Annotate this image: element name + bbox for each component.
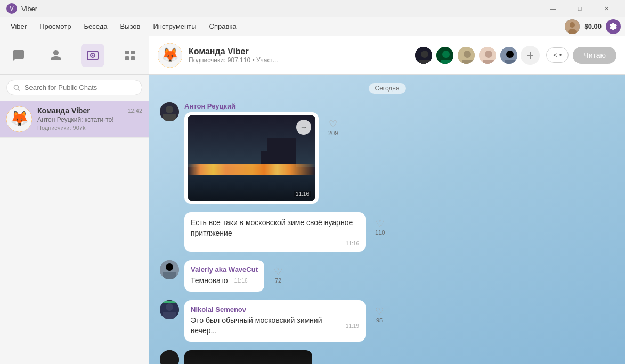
date-divider: Сегодня bbox=[369, 83, 406, 94]
like-area-2: ♡ 110 bbox=[375, 218, 385, 236]
message-time-4: 11:19 bbox=[346, 323, 359, 329]
settings-button[interactable] bbox=[606, 19, 621, 34]
search-input[interactable] bbox=[25, 84, 135, 92]
message-group-4: Nikolai Semenov Это был обычный московск… bbox=[160, 300, 614, 342]
svg-point-20 bbox=[442, 51, 450, 58]
svg-rect-7 bbox=[131, 51, 135, 54]
header-actions: < • Читаю bbox=[546, 47, 616, 64]
svg-rect-36 bbox=[163, 272, 176, 279]
search-input-wrap[interactable] bbox=[6, 80, 142, 95]
menu-view[interactable]: Просмотр bbox=[33, 20, 77, 32]
channel-name: Команда Viber bbox=[189, 47, 408, 56]
svg-text:🦊: 🦊 bbox=[161, 46, 179, 63]
svg-rect-33 bbox=[163, 114, 176, 121]
message-content-1: Антон Реуцкий bbox=[184, 102, 319, 204]
add-member-button[interactable] bbox=[521, 46, 540, 65]
svg-point-35 bbox=[166, 263, 173, 271]
menubar-right: $0.00 bbox=[565, 19, 621, 34]
sender-avatar-3 bbox=[160, 260, 179, 279]
search-icon bbox=[13, 84, 20, 92]
like-icon-1[interactable]: ♡ bbox=[329, 118, 337, 130]
message-text-4: Это был обычный московский зимний вечер.… bbox=[191, 316, 339, 336]
like-area-1: ♡ 209 bbox=[328, 118, 338, 136]
like-icon-2[interactable]: ♡ bbox=[376, 218, 384, 229]
like-count-3: 72 bbox=[275, 277, 281, 284]
share-label: • bbox=[559, 51, 562, 59]
partial-image: → bbox=[184, 350, 312, 364]
message-time-3: 11:16 bbox=[234, 278, 248, 284]
svg-rect-9 bbox=[131, 56, 135, 60]
svg-rect-40 bbox=[162, 301, 177, 303]
message-group-1: Антон Реуцкий bbox=[160, 102, 614, 204]
message-time-2: 11:16 bbox=[191, 241, 359, 246]
message-group-3: Valeriy aka WaveCut Темновато 11:16 ♡ 72 bbox=[160, 260, 614, 292]
member-avatar-4 bbox=[478, 46, 497, 65]
partial-image-bg bbox=[184, 350, 312, 364]
message-bubble-4: Nikolai Semenov Это был обычный московск… bbox=[184, 300, 366, 342]
message-bubble-3: Valeriy aka WaveCut Темновато 11:16 bbox=[184, 260, 264, 292]
apps-nav-button[interactable] bbox=[118, 44, 142, 67]
menu-viber[interactable]: Viber bbox=[4, 20, 33, 32]
chat-nav-button[interactable] bbox=[7, 44, 30, 67]
like-icon-3[interactable]: ♡ bbox=[274, 266, 282, 277]
search-bar bbox=[0, 75, 149, 101]
like-area-4: ♡ 95 bbox=[375, 305, 384, 324]
message-group-2: Есть все таки в московской зиме своё нуа… bbox=[160, 212, 614, 252]
read-button[interactable]: Читаю bbox=[573, 47, 616, 64]
close-button[interactable]: ✕ bbox=[594, 0, 619, 17]
svg-point-32 bbox=[166, 106, 173, 113]
user-avatar bbox=[565, 19, 580, 34]
like-icon-4[interactable]: ♡ bbox=[375, 305, 384, 317]
message-content-2: Есть все таки в московской зиме своё нуа… bbox=[184, 212, 366, 252]
menu-tools[interactable]: Инструменты bbox=[147, 20, 203, 32]
main-layout: 🦊 Команда Viber 12:42 Антон Реуцкий: кст… bbox=[0, 36, 625, 364]
channel-info: Команда Viber Подписчики: 907,110 • Учас… bbox=[189, 47, 408, 64]
forward-button[interactable]: → bbox=[296, 120, 311, 135]
nav-icons bbox=[0, 36, 149, 75]
sidebar: 🦊 Команда Viber 12:42 Антон Реуцкий: кст… bbox=[0, 36, 149, 364]
svg-point-23 bbox=[464, 51, 471, 58]
city-lights bbox=[188, 164, 315, 175]
menubar: Viber Просмотр Беседа Вызов Инструменты … bbox=[0, 17, 625, 36]
message-text-2: Есть все таки в московской зиме своё нуа… bbox=[191, 218, 359, 238]
share-button[interactable]: < • bbox=[546, 47, 569, 63]
messages-area: Сегодня Антон Реуцкий bbox=[149, 75, 625, 364]
chat-list: 🦊 Команда Viber 12:42 Антон Реуцкий: кст… bbox=[0, 101, 149, 364]
member-avatar-5 bbox=[499, 46, 518, 65]
contacts-nav-button[interactable] bbox=[44, 44, 68, 67]
chat-list-item[interactable]: 🦊 Команда Viber 12:42 Антон Реуцкий: кст… bbox=[0, 101, 149, 138]
member-avatar-2 bbox=[435, 46, 454, 65]
svg-rect-27 bbox=[483, 60, 494, 65]
svg-rect-39 bbox=[163, 312, 176, 319]
chat-name: Команда Viber bbox=[37, 106, 90, 115]
chat-header-bar: 🦊 Команда Viber Подписчики: 907,110 • Уч… bbox=[149, 36, 625, 75]
chat-info: Команда Viber 12:42 Антон Реуцкий: кстат… bbox=[37, 106, 142, 132]
svg-point-38 bbox=[166, 303, 173, 311]
message-content-3: Valeriy aka WaveCut Темновато 11:16 bbox=[184, 260, 264, 292]
camera-nav-button[interactable] bbox=[81, 44, 104, 67]
maximize-button[interactable]: □ bbox=[567, 0, 592, 17]
minimize-button[interactable]: — bbox=[541, 0, 565, 17]
svg-point-5 bbox=[92, 54, 94, 56]
svg-rect-30 bbox=[505, 60, 515, 65]
svg-rect-21 bbox=[441, 60, 451, 65]
partial-image-bubble: → bbox=[184, 350, 312, 364]
svg-point-26 bbox=[485, 51, 492, 58]
message-bubble-2: Есть все таки в московской зиме своё нуа… bbox=[184, 212, 366, 252]
channel-avatar: 🦊 bbox=[158, 43, 182, 68]
menu-call[interactable]: Вызов bbox=[114, 20, 147, 32]
message-content-4: Nikolai Semenov Это был обычный московск… bbox=[184, 300, 366, 342]
chat-time: 12:42 bbox=[127, 107, 142, 114]
titlebar-left: V Viber bbox=[6, 3, 37, 14]
image-timestamp: 11:16 bbox=[294, 191, 311, 197]
viber-logo-icon: V bbox=[6, 3, 17, 14]
menubar-left: Viber Просмотр Беседа Вызов Инструменты … bbox=[4, 20, 243, 32]
menu-help[interactable]: Справка bbox=[203, 20, 243, 32]
sky-bg bbox=[188, 115, 315, 167]
titlebar-title: Viber bbox=[21, 5, 37, 13]
svg-line-11 bbox=[18, 89, 20, 90]
member-avatars bbox=[414, 46, 540, 65]
menu-chat[interactable]: Беседа bbox=[78, 20, 114, 32]
svg-rect-41 bbox=[160, 350, 179, 364]
sender-avatar-1 bbox=[160, 102, 179, 121]
